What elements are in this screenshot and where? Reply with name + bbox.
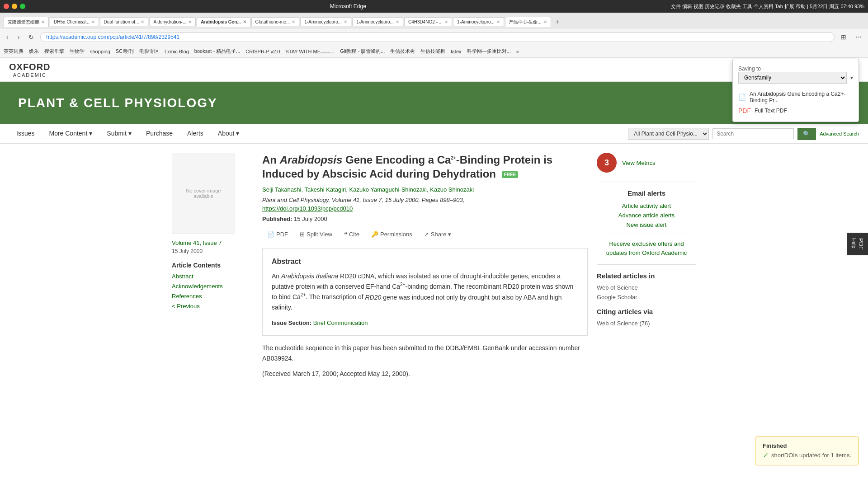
share-arrow-icon: ▾ xyxy=(448,231,451,238)
bookmark-11[interactable]: STAY WITH ME------... xyxy=(286,49,335,54)
saving-dropdown: Saving to Gensfamily ▾ 📄 An Arabidopsis … xyxy=(732,59,859,122)
author-shinozaki[interactable]: Kazuo Shinozaki xyxy=(430,186,474,193)
article-tools: 📄 PDF ⊞ Split View ❝ Cite 🔑 Permissions … xyxy=(262,228,588,241)
issue-section: Issue Section: Brief Communication xyxy=(272,319,578,326)
web-of-science-citing-link[interactable]: Web of Science (76) xyxy=(597,320,696,327)
split-view-button[interactable]: ⊞ Split View xyxy=(295,228,337,241)
web-of-science-related-link[interactable]: Web of Science xyxy=(597,284,696,291)
tab-9[interactable]: C4H3D4NO2 - ... ✕ xyxy=(404,17,452,26)
pdf-float-button[interactable]: PDF Help xyxy=(847,233,868,255)
bookmark-2[interactable]: 娱乐 xyxy=(29,48,39,55)
saving-arrow-icon: ▾ xyxy=(850,75,853,81)
abstract-title: Abstract xyxy=(272,258,578,266)
tab-10[interactable]: 1-Aminocyclopro... ✕ xyxy=(453,17,504,26)
permissions-icon: 🔑 xyxy=(371,231,378,238)
saving-item-2-text: Full Text PDF xyxy=(755,108,787,114)
bookmark-8[interactable]: Lxmic Blog xyxy=(165,49,189,54)
bookmark-more[interactable]: » xyxy=(516,49,519,54)
extensions-button[interactable]: ⊞ xyxy=(838,33,849,42)
tab-4[interactable]: A dehydration-... ✕ xyxy=(149,17,196,26)
article-contents-title: Article Contents xyxy=(172,262,253,269)
submit-arrow-icon: ▾ xyxy=(128,130,132,137)
bookmark-7[interactable]: 电影专区 xyxy=(139,48,159,55)
bookmark-3[interactable]: 搜索引擎 xyxy=(44,48,64,55)
share-icon: ↗ xyxy=(424,231,429,238)
browser-titlebar: Microsoft Edge 文件 编辑 视图 历史记录 收藏夹 工具 个人资料… xyxy=(0,0,868,13)
search-button[interactable]: 🔍 xyxy=(797,128,816,140)
previous-link[interactable]: < Previous xyxy=(172,303,200,310)
browser-nav: ‹ › ↻ ⊞ ⋯ xyxy=(0,29,868,45)
article-activity-alert-link[interactable]: Article activity alert xyxy=(604,202,689,209)
tab-arabidopsis[interactable]: Arabidopsis Gen... ✕ xyxy=(197,17,250,27)
author-yamaguchi[interactable]: Kazuko Yamaguchi-Shinozaki xyxy=(349,186,427,193)
brief-communication-link[interactable]: Brief Communication xyxy=(313,319,368,326)
bookmark-12[interactable]: Git教程 - 廖雪峰的... xyxy=(340,48,385,55)
doi-link[interactable]: https://doi.org/10.1093/pcp/pcd010 xyxy=(262,205,588,212)
advanced-search-link[interactable]: Advanced Search xyxy=(820,131,859,136)
contents-acknowledgements-link[interactable]: Acknowledgements xyxy=(172,283,223,290)
saving-select-row: Gensfamily ▾ xyxy=(738,72,853,84)
address-bar[interactable] xyxy=(40,32,835,42)
exclusive-offers-link[interactable]: Receive exclusive offers and updates fro… xyxy=(604,234,689,257)
tab-3[interactable]: Dual function of... ✕ xyxy=(100,17,149,26)
nav-issues[interactable]: Issues xyxy=(9,124,42,143)
nav-submit[interactable]: Submit ▾ xyxy=(99,124,139,143)
free-badge: FREE xyxy=(502,171,519,178)
tab-1[interactable]: 克隆感受态细胞 ✕ xyxy=(4,17,49,27)
bookmark-13[interactable]: 生信技术树 xyxy=(390,48,415,55)
browser-menu-button[interactable]: ⋯ xyxy=(853,33,864,42)
contents-references-link[interactable]: References xyxy=(172,293,202,300)
permissions-button[interactable]: 🔑 Permissions xyxy=(366,228,417,241)
search-input[interactable] xyxy=(712,128,794,139)
new-tab-button[interactable]: + xyxy=(552,16,563,27)
bookmark-15[interactable]: latex xyxy=(451,49,461,54)
published-date: 15 July 2000 xyxy=(294,216,327,222)
share-button[interactable]: ↗ Share ▾ xyxy=(419,228,457,241)
google-scholar-link[interactable]: Google Scholar xyxy=(597,294,696,300)
browser-tabs: 克隆感受态细胞 ✕ DH5α Chemical... ✕ Dual functi… xyxy=(0,13,868,29)
bookmark-1[interactable]: 英英词典 xyxy=(4,48,24,55)
bookmark-14[interactable]: 生信技能树 xyxy=(420,48,445,55)
bookmark-4[interactable]: 生物学 xyxy=(70,48,85,55)
saving-item-1: 📄 An Arabidopsis Gene Encoding a Ca2+-Bi… xyxy=(738,89,853,105)
browser-app-name: Microsoft Edge xyxy=(330,3,366,9)
metrics-row: 3 View Metrics xyxy=(597,153,696,173)
tab-8[interactable]: 1-Aminocyclopro... ✕ xyxy=(352,17,403,26)
search-scope-select[interactable]: All Plant and Cell Physio... xyxy=(628,128,709,140)
published-line: Published: 15 July 2000 xyxy=(262,216,588,222)
saving-select[interactable]: Gensfamily xyxy=(738,72,847,84)
cite-button[interactable]: ❝ Cite xyxy=(339,228,364,241)
bookmark-10[interactable]: CRISPR-P v2.0 xyxy=(245,49,280,54)
journal-title: PLANT & CELL PHYSIOLOGY xyxy=(18,96,217,110)
tab-6[interactable]: Glutathione-me... ✕ xyxy=(251,17,300,26)
abstract-box: Abstract An Arabidopsis thaliana RD20 cD… xyxy=(262,248,588,336)
tab-7[interactable]: 1-Aminocyclopro... ✕ xyxy=(300,17,351,26)
oxford-text: OXFORD xyxy=(9,62,51,72)
pdf-button[interactable]: 📄 PDF xyxy=(262,228,293,241)
bookmark-9[interactable]: bookset - 精品电子... xyxy=(194,48,240,55)
volume-link[interactable]: Volume 41, Issue 7 xyxy=(172,239,253,246)
author-takahashi[interactable]: Seiji Takahashi xyxy=(262,186,301,193)
tab-11[interactable]: 产品中心-生命... ✕ xyxy=(505,17,551,27)
journal-info: Plant and Cell Physiology, Volume 41, Is… xyxy=(262,197,588,203)
new-issue-alert-link[interactable]: New issue alert xyxy=(604,221,689,228)
bookmark-16[interactable]: 科学网—多重比对... xyxy=(467,48,511,55)
nav-purchase[interactable]: Purchase xyxy=(139,124,180,143)
refresh-button[interactable]: ↻ xyxy=(26,33,37,42)
nav-more-content[interactable]: More Content ▾ xyxy=(42,124,99,143)
contents-abstract-link[interactable]: Abstract xyxy=(172,273,193,280)
nav-alerts[interactable]: Alerts xyxy=(180,124,211,143)
left-sidebar: No cover image available Volume 41, Issu… xyxy=(172,153,253,384)
advance-article-alerts-link[interactable]: Advance article alerts xyxy=(604,212,689,219)
forward-button[interactable]: › xyxy=(15,33,23,42)
related-articles-title: Related articles in xyxy=(597,272,696,280)
author-katagiri[interactable]: Takeshi Katagiri xyxy=(304,186,346,193)
pdf-file-icon: PDF xyxy=(738,107,751,114)
tab-2[interactable]: DH5α Chemical... ✕ xyxy=(50,17,99,26)
bookmark-5[interactable]: shopping xyxy=(90,49,110,54)
view-metrics-link[interactable]: View Metrics xyxy=(622,160,655,166)
nav-about[interactable]: About ▾ xyxy=(211,124,247,143)
back-button[interactable]: ‹ xyxy=(4,33,11,42)
published-label: Published: xyxy=(262,216,292,222)
bookmark-6[interactable]: SCI明刊 xyxy=(116,48,134,55)
